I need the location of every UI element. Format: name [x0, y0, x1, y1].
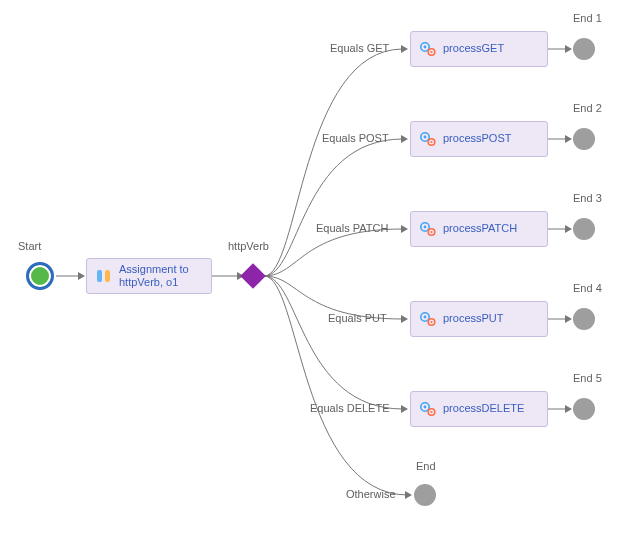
- arrowhead: [78, 272, 85, 280]
- end-2-node[interactable]: [573, 128, 595, 150]
- arrowhead: [565, 405, 572, 413]
- process-patch-text: processPATCH: [443, 222, 517, 235]
- process-put-text: processPUT: [443, 312, 504, 325]
- svg-rect-7: [97, 270, 102, 282]
- decision-label: httpVerb: [228, 240, 269, 252]
- end-3-label: End 3: [573, 192, 602, 204]
- start-node[interactable]: [26, 262, 54, 290]
- decision-node[interactable]: [240, 263, 265, 288]
- process-patch-node[interactable]: processPATCH: [410, 211, 548, 247]
- svg-point-26: [424, 406, 427, 409]
- assignment-text: Assignment to httpVerb, o1: [119, 263, 203, 289]
- flow-canvas: Start Assignment to httpVerb, o1 httpVer…: [0, 0, 632, 534]
- arrowhead: [565, 45, 572, 53]
- condition-delete: Equals DELETE: [310, 402, 389, 414]
- subflow-icon: [419, 40, 437, 58]
- svg-point-24: [430, 321, 432, 323]
- end-2-label: End 2: [573, 102, 602, 114]
- arrowhead: [565, 225, 572, 233]
- arrowhead: [401, 135, 408, 143]
- start-label: Start: [18, 240, 41, 252]
- svg-point-22: [424, 316, 427, 319]
- end-5-label: End 5: [573, 372, 602, 384]
- arrowhead: [401, 45, 408, 53]
- arrowhead: [565, 315, 572, 323]
- end-5-node[interactable]: [573, 398, 595, 420]
- arrowhead: [401, 225, 408, 233]
- svg-point-28: [430, 411, 432, 413]
- process-delete-node[interactable]: processDELETE: [410, 391, 548, 427]
- svg-point-12: [430, 51, 432, 53]
- process-post-node[interactable]: processPOST: [410, 121, 548, 157]
- svg-point-20: [430, 231, 432, 233]
- subflow-icon: [419, 310, 437, 328]
- process-delete-text: processDELETE: [443, 402, 524, 415]
- end-4-label: End 4: [573, 282, 602, 294]
- process-post-text: processPOST: [443, 132, 511, 145]
- condition-post: Equals POST: [322, 132, 389, 144]
- svg-point-10: [424, 46, 427, 49]
- subflow-icon: [419, 400, 437, 418]
- arrowhead: [405, 491, 412, 499]
- assignment-node[interactable]: Assignment to httpVerb, o1: [86, 258, 212, 294]
- condition-get: Equals GET: [330, 42, 389, 54]
- arrowhead: [401, 315, 408, 323]
- arrowhead: [565, 135, 572, 143]
- end-otherwise-label: End: [416, 460, 436, 472]
- svg-rect-8: [105, 270, 110, 282]
- end-otherwise-node[interactable]: [414, 484, 436, 506]
- condition-otherwise: Otherwise: [346, 488, 396, 500]
- subflow-icon: [419, 220, 437, 238]
- subflow-icon: [419, 130, 437, 148]
- process-get-text: processGET: [443, 42, 504, 55]
- svg-point-16: [430, 141, 432, 143]
- arrowhead: [401, 405, 408, 413]
- end-4-node[interactable]: [573, 308, 595, 330]
- end-3-node[interactable]: [573, 218, 595, 240]
- condition-put: Equals PUT: [328, 312, 387, 324]
- process-put-node[interactable]: processPUT: [410, 301, 548, 337]
- svg-point-18: [424, 226, 427, 229]
- end-1-node[interactable]: [573, 38, 595, 60]
- process-get-node[interactable]: processGET: [410, 31, 548, 67]
- condition-patch: Equals PATCH: [316, 222, 388, 234]
- end-1-label: End 1: [573, 12, 602, 24]
- assignment-icon: [95, 267, 113, 285]
- svg-point-14: [424, 136, 427, 139]
